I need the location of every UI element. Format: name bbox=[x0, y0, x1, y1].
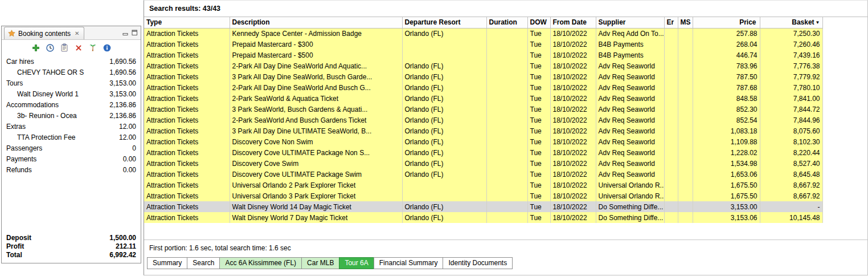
cell-dow: Tue bbox=[527, 147, 550, 158]
cell-duration bbox=[486, 50, 527, 60]
result-row[interactable]: Attraction Tickets Walt Disney World 14 … bbox=[144, 201, 822, 212]
minimize-icon[interactable] bbox=[122, 30, 129, 36]
cell-er bbox=[664, 212, 678, 223]
result-row[interactable]: Attraction Tickets 2-Park SeaWorld & Aqu… bbox=[144, 93, 822, 104]
cell-description: 2-Park All Day Dine SeaWorld And Busch G… bbox=[230, 82, 402, 93]
holiday-button[interactable] bbox=[88, 43, 98, 53]
booking-item[interactable]: Walt Disney World 1 3,153.00 bbox=[2, 89, 141, 100]
close-icon[interactable]: ✕ bbox=[73, 30, 80, 37]
result-row[interactable]: Attraction Tickets Discovery Cove Non Sw… bbox=[144, 136, 822, 147]
cell-basket: 8,075.60 bbox=[760, 125, 822, 136]
result-row[interactable]: Attraction Tickets Discovery Cove ULTIMA… bbox=[144, 147, 822, 158]
column-header[interactable]: From Date bbox=[550, 17, 596, 28]
palm-tree-icon bbox=[88, 43, 97, 52]
column-header-label: Supplier bbox=[599, 18, 626, 26]
bottom-tab[interactable]: Identity Documents bbox=[443, 257, 513, 269]
cell-type: Attraction Tickets bbox=[144, 104, 230, 115]
result-row[interactable]: Attraction Tickets Discovery Cove ULTIMA… bbox=[144, 169, 822, 180]
cell-price: 1,228.02 bbox=[693, 147, 760, 158]
cell-description: Prepaid Mastercard - $500 bbox=[230, 50, 402, 60]
cell-type: Attraction Tickets bbox=[144, 212, 230, 223]
info-button[interactable] bbox=[102, 43, 112, 53]
booking-item[interactable]: Refunds 0.00 bbox=[2, 165, 141, 176]
result-row[interactable]: Attraction Tickets 2-Park All Day Dine S… bbox=[144, 82, 822, 93]
result-row[interactable]: Attraction Tickets Kennedy Space Center … bbox=[144, 28, 822, 39]
cell-price: 3,153.06 bbox=[693, 212, 760, 223]
cell-price: 852.30 bbox=[693, 104, 760, 115]
result-row[interactable]: Attraction Tickets Prepaid Mastercard - … bbox=[144, 50, 822, 60]
cell-description: 3 Park SeaWorld, Busch Gardens & Aquati.… bbox=[230, 104, 402, 115]
cell-er bbox=[664, 136, 678, 147]
add-icon bbox=[31, 43, 40, 52]
booking-item-value: 3,153.00 bbox=[109, 78, 136, 89]
booking-item[interactable]: Payments 0.00 bbox=[2, 154, 141, 165]
bottom-tab[interactable]: Tour 6A bbox=[339, 257, 374, 269]
booking-item[interactable]: Car hires 1,690.56 bbox=[2, 56, 141, 67]
column-header[interactable]: MS bbox=[678, 17, 693, 28]
cell-duration bbox=[486, 190, 527, 201]
cell-description: 2-Park SeaWorld & Aquatica Ticket bbox=[230, 93, 402, 104]
maximize-icon[interactable] bbox=[132, 30, 138, 36]
booking-item[interactable]: 3b- Reunion - Ocea 2,136.86 bbox=[2, 111, 141, 121]
cell-from-date: 18/10/2022 bbox=[550, 158, 596, 169]
column-header[interactable]: Duration bbox=[486, 17, 527, 28]
clock-icon bbox=[46, 43, 55, 52]
column-header[interactable]: Departure Resort bbox=[402, 17, 486, 28]
result-row[interactable]: Attraction Tickets Discovery Cove Swim O… bbox=[144, 158, 822, 169]
result-row[interactable]: Attraction Tickets Universal Orlando 3 P… bbox=[144, 190, 822, 201]
booking-item-value: 2,136.86 bbox=[109, 100, 136, 111]
cell-supplier: Adv Req Seaworld bbox=[596, 60, 664, 71]
result-row[interactable]: Attraction Tickets Prepaid Mastercard - … bbox=[144, 39, 822, 50]
column-header[interactable]: Er bbox=[664, 17, 678, 28]
bottom-tab[interactable]: Acc 6A Kissimmee (FL) bbox=[219, 257, 302, 269]
result-row[interactable]: Attraction Tickets 2-Park All Day Dine S… bbox=[144, 60, 822, 71]
booking-list: Car hires 1,690.56 CHEVY TAHOE OR S 1,69… bbox=[2, 56, 141, 176]
bottom-tab-label: Financial Summary bbox=[379, 259, 438, 267]
booking-item-label: Payments bbox=[6, 154, 121, 165]
cell-price: 783.96 bbox=[693, 60, 760, 71]
booking-contents-tab-label: Booking contents bbox=[18, 30, 71, 38]
column-header[interactable]: DOW bbox=[527, 17, 550, 28]
column-header[interactable]: Description bbox=[230, 17, 402, 28]
bottom-tab[interactable]: Car MLB bbox=[301, 257, 339, 269]
result-row[interactable]: Attraction Tickets 3 Park SeaWorld, Busc… bbox=[144, 104, 822, 115]
column-header[interactable]: Type bbox=[144, 17, 230, 28]
booking-item[interactable]: Passengers 0 bbox=[2, 143, 141, 154]
cell-basket: 7,844.72 bbox=[760, 104, 822, 115]
clipboard-button[interactable] bbox=[59, 43, 69, 53]
result-row[interactable]: Attraction Tickets 2-Park SeaWorld And B… bbox=[144, 115, 822, 125]
booking-item[interactable]: Tours 3,153.00 bbox=[2, 78, 141, 89]
result-row[interactable]: Attraction Tickets Universal Orlando 2 P… bbox=[144, 180, 822, 190]
bottom-tab[interactable]: Financial Summary bbox=[374, 257, 444, 269]
cell-type: Attraction Tickets bbox=[144, 180, 230, 190]
result-row[interactable]: Attraction Tickets 3 Park All Day Dine U… bbox=[144, 125, 822, 136]
column-header[interactable]: Supplier bbox=[596, 17, 664, 28]
cell-dow: Tue bbox=[527, 28, 550, 39]
history-button[interactable] bbox=[45, 43, 55, 53]
view-window-buttons bbox=[122, 26, 141, 39]
delete-button[interactable] bbox=[73, 43, 84, 53]
cell-er bbox=[664, 125, 678, 136]
column-header[interactable]: Price bbox=[693, 17, 760, 28]
bottom-tab[interactable]: Search bbox=[187, 257, 220, 269]
cell-type: Attraction Tickets bbox=[144, 201, 230, 212]
booking-item[interactable]: Accommodations 2,136.86 bbox=[2, 100, 141, 111]
cell-from-date: 18/10/2022 bbox=[550, 201, 596, 212]
cell-description: Discovery Cove ULTIMATE Package Non S... bbox=[230, 147, 402, 158]
booking-item[interactable]: CHEVY TAHOE OR S 1,690.56 bbox=[2, 67, 141, 78]
summary-row: Total 6,992.42 bbox=[6, 251, 136, 259]
booking-item[interactable]: TTA Protection Fee 12.00 bbox=[2, 132, 141, 143]
cell-description: Walt Disney World 14 Day Magic Ticket bbox=[230, 201, 402, 212]
result-row[interactable]: Attraction Tickets 3 Park All Day Dine S… bbox=[144, 71, 822, 82]
booking-item-value: 0.00 bbox=[123, 154, 136, 165]
cell-departure-resort: Orlando (FL) bbox=[402, 71, 486, 82]
result-row[interactable]: Attraction Tickets Walt Disney World 7 D… bbox=[144, 212, 822, 223]
add-button[interactable] bbox=[31, 43, 41, 53]
booking-item[interactable]: Extras 12.00 bbox=[2, 121, 141, 132]
cell-description: 3 Park All Day Dine SeaWorld, Busch Gard… bbox=[230, 71, 402, 82]
results-count: Search results: 43/43 bbox=[144, 1, 867, 17]
column-header[interactable]: Basket▼ bbox=[760, 17, 822, 28]
booking-contents-tab[interactable]: Booking contents ✕ bbox=[4, 27, 84, 39]
bottom-tab[interactable]: Summary bbox=[147, 257, 187, 269]
cell-dow: Tue bbox=[527, 82, 550, 93]
